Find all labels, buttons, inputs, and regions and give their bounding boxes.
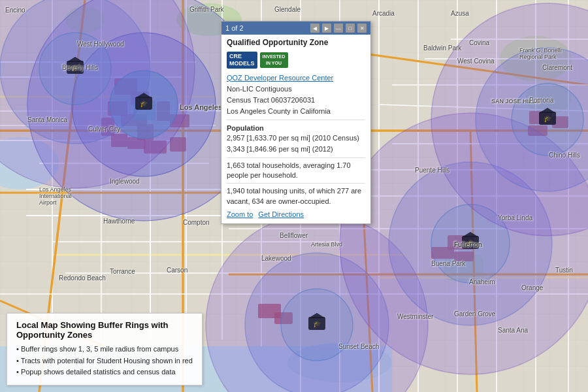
map-label-lakewood: Lakewood	[261, 255, 291, 262]
popup-title: Qualified Opportunity Zone	[221, 35, 370, 49]
map-label-bellflower: Bellflower	[280, 232, 308, 239]
map-label-westminster: Westminster	[397, 313, 433, 320]
invested-logo: INVESTED IN YOU	[260, 52, 288, 68]
map-label-garden-grove: Garden Grove	[454, 310, 495, 318]
legend-item-0: • Buffer rings show 1, 3, 5 mile radius …	[16, 344, 193, 355]
popup-line1: Non-LIC Contiguous	[227, 84, 365, 94]
zoom-link[interactable]: Zoom to	[227, 210, 253, 218]
map-label-glendale: Glendale	[274, 6, 301, 13]
map-label-orange: Orange	[521, 284, 543, 291]
legend-item-1: • Tracts with potential for Student Hous…	[16, 355, 193, 367]
map-label-inglewood: Inglewood	[110, 178, 140, 185]
map-label-buena-park: Buena Park	[431, 260, 465, 267]
map-label-beverly-hills: Beverly Hills	[62, 64, 98, 71]
map-label-puente-hills: Puente Hills	[415, 167, 449, 174]
map-label-fullerton: Fullerton	[454, 241, 482, 248]
popup-nav-icons: ◀ ▶ — □ ✕	[310, 24, 367, 33]
map-label-la: Los Angeles	[180, 103, 222, 111]
map-container: 🎓 🎓 🎓 🎓 🎓 Beverly Hills West Hollywood S…	[0, 0, 588, 392]
legend-item-2: • Popup shows detailed statistics and ce…	[16, 367, 193, 378]
legend: Local Map Showing Buffer Rings with Oppo…	[7, 313, 203, 385]
map-label-pomona: Pomona	[529, 97, 553, 104]
directions-link[interactable]: Get Directions	[258, 210, 304, 218]
map-label-anaheim: Anaheim	[469, 278, 495, 286]
popup-line2: Census Tract 06037206031	[227, 95, 365, 105]
map-label-culver-city: Culver City	[88, 125, 120, 133]
map-label-carson: Carson	[167, 267, 188, 274]
map-label-yorba-linda: Yorba Linda	[498, 214, 532, 221]
popup-body: CRE MODELS INVESTED IN YOU QOZ Developer…	[221, 49, 370, 223]
map-label-torrance: Torrance	[110, 268, 135, 275]
map-label-compton: Compton	[183, 219, 210, 226]
popup-expand-button[interactable]: □	[346, 24, 355, 33]
map-label-tustin: Tustin	[555, 267, 573, 274]
svg-text:🎓: 🎓	[544, 114, 552, 123]
cre-logo: CRE MODELS	[227, 52, 257, 69]
map-label-lax: Los AngelesInternationalAirport	[39, 186, 72, 206]
popup-minimize-button[interactable]: —	[334, 24, 343, 33]
popup-next-button[interactable]: ▶	[322, 24, 331, 33]
map-label-artesia: Artesia Blvd	[311, 241, 342, 248]
map-label-encino: Encino	[5, 7, 25, 14]
popup-bottom-links: Zoom to Get Directions	[227, 210, 365, 218]
map-label-griffith: Griffith Park	[189, 6, 224, 13]
map-label-chino-hills: Chino Hills	[549, 152, 580, 159]
popup-logo-row: CRE MODELS INVESTED IN YOU	[227, 49, 365, 71]
map-label-claremont: Claremont	[542, 64, 572, 71]
popup-prev-button[interactable]: ◀	[310, 24, 319, 33]
households-text: 1,663 total households, averaging 1.70 p…	[227, 161, 365, 181]
qoz-link[interactable]: QOZ Developer Resource Center	[227, 74, 365, 82]
housing-text: 1,940 total housing units, of which 277 …	[227, 186, 365, 206]
map-label-covina: Covina	[469, 39, 489, 46]
pop-line2: 3,343 [1,846.96 per sq mi] (2012)	[227, 144, 365, 154]
svg-text:🎓: 🎓	[140, 99, 148, 108]
map-label-west-hollywood: West Hollywood	[77, 41, 124, 48]
map-label-hawthorne: Hawthorne	[103, 218, 135, 225]
map-label-sunset-beach: Sunset Beach	[338, 343, 379, 350]
legend-title: Local Map Showing Buffer Rings with Oppo…	[16, 320, 193, 340]
popup-close-button[interactable]: ✕	[357, 24, 367, 33]
map-label-west-covina: West Covina	[457, 57, 495, 65]
map-label-santa-ana: Santa Ana	[498, 327, 528, 334]
popup-window: 1 of 2 ◀ ▶ — □ ✕ Qualified Opportunity Z…	[221, 21, 371, 224]
map-label-baldwin-park: Baldwin Park	[423, 44, 461, 52]
population-label: Population	[227, 124, 365, 132]
svg-text:🎓: 🎓	[313, 319, 321, 328]
map-label-redondo: Redondo Beach	[59, 274, 106, 282]
popup-line3: Los Angeles County in California	[227, 106, 365, 116]
map-label-arcadia: Arcadia	[372, 10, 395, 17]
pop-line1: 2,957 [1,633.70 per sq mi] (2010 Census)	[227, 133, 365, 143]
map-label-santa-monica: Santa Monica	[27, 116, 67, 123]
popup-titlebar: 1 of 2 ◀ ▶ — □ ✕	[221, 22, 370, 35]
popup-nav-text: 1 of 2	[225, 24, 244, 32]
map-label-bonelli: Frank G. BonelliRegional Park	[519, 47, 562, 60]
map-label-azusa: Azusa	[451, 10, 469, 17]
